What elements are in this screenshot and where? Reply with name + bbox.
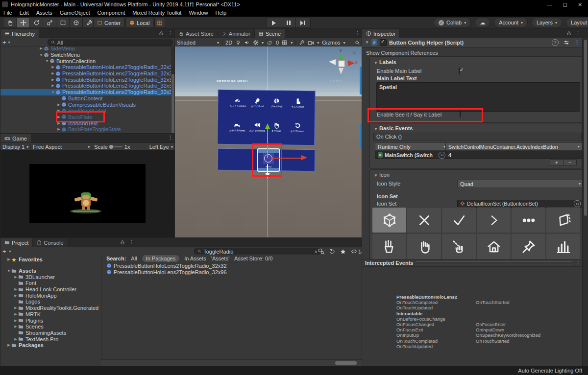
audio-toggle-icon[interactable] [244, 40, 250, 46]
axis-down-cone[interactable] [339, 68, 343, 74]
hierarchy-row[interactable]: ▶ CompressableButtonVisuals [0, 101, 171, 108]
axis-y-cone[interactable] [338, 53, 344, 60]
hidden-objects-icon[interactable] [267, 40, 273, 46]
minimize-button[interactable]: — [547, 2, 552, 7]
icon-cell-handray[interactable] [372, 234, 407, 259]
kebab-menu-icon[interactable]: ⋮ [574, 39, 580, 46]
scope-assets-quoted[interactable]: 'Assets' [211, 256, 229, 261]
object-picker-icon[interactable]: ⊙ [439, 152, 445, 159]
enable-seeit-checkbox[interactable] [460, 111, 461, 117]
rect-tool-button[interactable] [56, 18, 70, 28]
hierarchy-row[interactable]: ▶ PressableButtonHoloLens2ToggleRadio_32… [0, 76, 171, 83]
scope-in-assets[interactable]: In Assets [184, 256, 206, 261]
aspect-dropdown[interactable]: Free Aspect [33, 144, 86, 150]
gizmo-x-arrowhead[interactable] [301, 155, 307, 160]
project-folder-row[interactable]: ▶ Packages [0, 342, 101, 349]
menu-item[interactable]: File [3, 10, 12, 16]
foldout-arrow-icon[interactable]: ▼ [374, 173, 378, 178]
component-header[interactable]: ▼ # Button Config Helper (Script) ? ⋮ [362, 38, 583, 47]
tab-project[interactable]: Project [0, 238, 33, 247]
gizmos-dropdown[interactable]: Gizmos [322, 40, 340, 46]
project-folder-row[interactable]: ▶ Scenes [0, 324, 101, 330]
menu-item[interactable]: Component [97, 10, 125, 16]
create-object-button[interactable]: + [2, 39, 6, 46]
expand-arrow-icon[interactable]: ▶ [13, 312, 18, 316]
transform-tool-button[interactable] [70, 18, 83, 28]
foldout-arrow-icon[interactable]: ▼ [365, 40, 369, 45]
layers-dropdown[interactable]: Layers ▾ [532, 18, 562, 27]
scale-slider[interactable] [110, 146, 122, 147]
tab-inspector[interactable]: Inspector [362, 29, 400, 38]
expand-arrow-icon[interactable]: ▶ [56, 103, 61, 107]
menu-button-status[interactable]: ちょうし/status [227, 97, 247, 109]
hierarchy-row[interactable]: ▼ SwitchMenu [0, 52, 171, 58]
project-folder-row[interactable]: ▶ MixedRealityToolkit.Generated [0, 305, 101, 311]
lock-icon[interactable] [566, 31, 571, 36]
auto-generate-lighting-status[interactable]: Auto Generate Lighting Off [518, 368, 588, 374]
hierarchy-row[interactable]: ▶ SideMenu [0, 46, 171, 52]
add-event-button[interactable]: + [550, 160, 564, 165]
layout-dropdown[interactable]: Layout ▾ [566, 18, 588, 27]
scope-in-packages[interactable]: In Packages [142, 255, 180, 262]
main-label-textarea[interactable]: Spetial [376, 82, 580, 112]
hierarchy-row[interactable]: ▶ PressableButtonHoloLens2ToggleRadio_32… [0, 70, 171, 77]
project-folder-row[interactable]: ▶ MRTK [0, 311, 101, 318]
expand-arrow-icon[interactable]: ▼ [50, 91, 55, 94]
icon-set-object-field[interactable]: DefaultIconSet (ButtonIconSet) ⊙ [457, 200, 584, 208]
collab-button[interactable]: ✓ Collab ▾ [434, 18, 471, 27]
event-arg-field[interactable]: 4 [445, 151, 583, 159]
help-icon[interactable]: ? [552, 39, 559, 46]
icon-cell-home[interactable] [476, 234, 511, 259]
2d-toggle-button[interactable]: 2D [225, 40, 232, 46]
eye-dropdown[interactable]: Left Eye [149, 144, 169, 150]
scene-orientation-gizmo[interactable]: y x [330, 49, 360, 80]
kebab-menu-icon[interactable]: ⋮ [168, 135, 173, 141]
gizmo-y-axis[interactable] [267, 128, 268, 158]
expand-arrow-icon[interactable]: ▼ [45, 59, 49, 63]
lighting-toggle-icon[interactable] [235, 40, 241, 46]
expand-arrow-icon[interactable]: ▶ [50, 65, 55, 69]
axis-neg-cone[interactable] [329, 59, 336, 65]
enable-main-label-checkbox[interactable] [459, 68, 460, 74]
presets-icon[interactable] [564, 40, 569, 46]
icon-cell-pointer[interactable] [441, 234, 476, 259]
expand-arrow-icon[interactable]: ▶ [39, 47, 44, 50]
menu-item[interactable]: GameObject [60, 10, 90, 16]
cloud-button[interactable]: ☁ [475, 18, 490, 27]
hierarchy-row[interactable]: ▶ BackPlate [0, 114, 171, 120]
icon-cell-pin[interactable] [511, 234, 546, 259]
search-result-row[interactable]: PressableButtonHoloLens2ToggleRadio_32x9… [101, 269, 362, 275]
tab-scene[interactable]: Scene [255, 29, 285, 38]
play-button[interactable] [266, 18, 281, 28]
kebab-menu-icon[interactable]: ⋮ [575, 260, 583, 266]
icon-style-dropdown[interactable]: Quad ▾ [457, 180, 584, 188]
tab-asset-store[interactable]: Asset Store [175, 29, 218, 38]
remove-event-button[interactable]: − [564, 160, 576, 165]
expand-arrow-icon[interactable]: ▶ [50, 78, 55, 82]
hierarchy-row[interactable]: ▶ PressableButtonHoloLens2ToggleRadio_32… [0, 83, 171, 89]
icon-cell-ellipsis[interactable] [511, 207, 546, 233]
close-button[interactable]: ✕ [578, 2, 582, 7]
expand-arrow-icon[interactable]: ▶ [13, 319, 18, 323]
project-folder-row[interactable]: ▶ Head Look Controller [0, 286, 101, 293]
shading-mode-dropdown[interactable]: Shaded [177, 40, 214, 46]
expand-arrow-icon[interactable]: ▶ [13, 337, 18, 341]
icon-cell-chevron[interactable] [476, 207, 511, 233]
favorites-item[interactable]: ▶ Favorites [0, 257, 101, 263]
project-folder-row[interactable]: ▶ TextMesh Pro [0, 336, 101, 342]
effects-toggle-icon[interactable] [253, 40, 259, 46]
expand-arrow-icon[interactable]: ▶ [13, 306, 18, 310]
axis-x-cone[interactable] [348, 60, 355, 66]
icon-cell-quad[interactable] [546, 207, 581, 233]
component-tools-icon[interactable] [299, 40, 305, 46]
account-dropdown[interactable]: Account ▾ [494, 18, 528, 27]
hierarchy-row[interactable]: ▼ PressableButtonHoloLens2ToggleRadio_32… [0, 89, 171, 95]
tab-game[interactable]: Game [0, 134, 31, 142]
icon-cell-chart[interactable] [546, 234, 581, 259]
rotate-tool-button[interactable] [30, 18, 43, 28]
icon-cell-hand[interactable] [407, 234, 441, 259]
expand-arrow-icon[interactable]: ▼ [39, 53, 44, 57]
tab-hierarchy[interactable]: Hierarchy [0, 29, 39, 38]
pause-button[interactable] [281, 18, 296, 28]
scope-all[interactable]: All [131, 256, 137, 261]
